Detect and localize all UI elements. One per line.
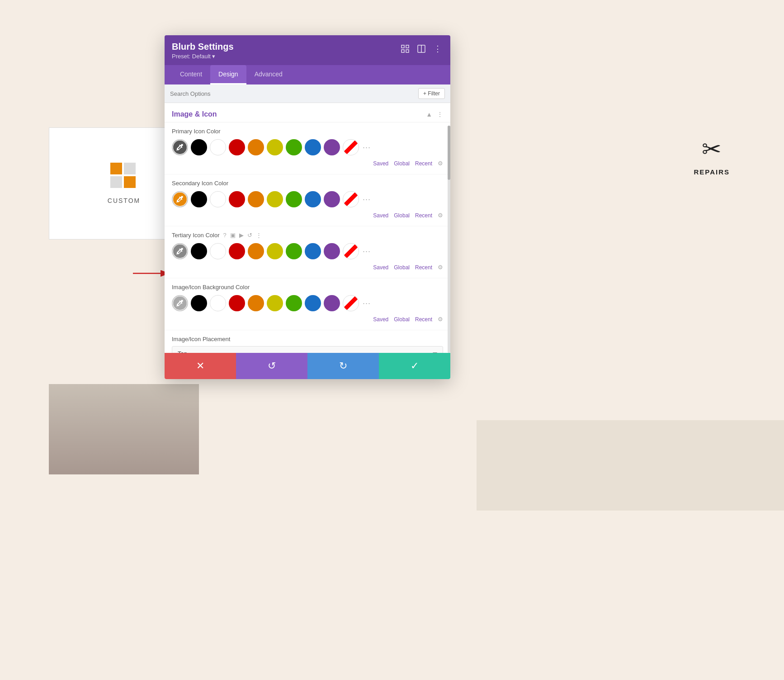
tertiary-recent-btn[interactable]: Recent — [415, 264, 432, 271]
color-more-3[interactable]: ··· — [363, 247, 371, 256]
color-black-3[interactable] — [191, 243, 207, 259]
secondary-recent-btn[interactable]: Recent — [415, 212, 432, 219]
panel-body: Image & Icon ▲ ⋮ Primary Icon Color — [165, 103, 450, 379]
collapse-icon[interactable]: ▲ — [426, 111, 432, 118]
primary-recent-btn[interactable]: Recent — [415, 160, 432, 167]
color-black-4[interactable] — [191, 295, 207, 311]
tab-content[interactable]: Content — [172, 65, 210, 84]
color-red-3[interactable] — [229, 243, 245, 259]
tertiary-help-icon[interactable]: ? — [223, 232, 226, 239]
tertiary-settings-icon[interactable]: ⚙ — [438, 264, 443, 271]
secondary-eyedropper-swatch[interactable] — [172, 191, 188, 207]
tertiary-global-btn[interactable]: Global — [394, 264, 410, 271]
primary-saved-btn[interactable]: Saved — [373, 160, 388, 167]
secondary-global-btn[interactable]: Global — [394, 212, 410, 219]
background-eyedropper-swatch[interactable] — [172, 295, 188, 311]
primary-eyedropper-swatch[interactable] — [172, 139, 188, 155]
undo-button[interactable]: ↺ — [236, 353, 307, 379]
section-title: Image & Icon — [172, 110, 217, 118]
color-blue-1[interactable] — [305, 139, 321, 155]
color-white-3[interactable] — [210, 243, 226, 259]
scrollbar-thumb[interactable] — [448, 126, 450, 180]
custom-logo — [110, 163, 137, 190]
tertiary-undo-icon[interactable]: ↺ — [247, 232, 252, 239]
svg-rect-0 — [110, 163, 122, 174]
color-blue-3[interactable] — [305, 243, 321, 259]
color-red-1[interactable] — [229, 139, 245, 155]
color-white-1[interactable] — [210, 139, 226, 155]
color-white-2[interactable] — [210, 191, 226, 207]
primary-icon-color-section: Primary Icon Color ··· Saved Global — [165, 122, 450, 174]
tertiary-more-icon[interactable]: ⋮ — [256, 232, 262, 239]
color-purple-1[interactable] — [324, 139, 340, 155]
color-purple-3[interactable] — [324, 243, 340, 259]
background-color-section: Image/Icon Background Color ··· Saved — [165, 278, 450, 330]
search-input[interactable] — [170, 90, 418, 97]
filter-button[interactable]: + Filter — [418, 88, 445, 99]
color-orange-1[interactable] — [248, 139, 264, 155]
secondary-settings-icon[interactable]: ⚙ — [438, 212, 443, 219]
tertiary-cursor-icon[interactable]: ▶ — [239, 232, 244, 239]
layout-icon[interactable] — [416, 43, 427, 54]
color-orange-4[interactable] — [248, 295, 264, 311]
color-green-3[interactable] — [286, 243, 302, 259]
color-orange-2[interactable] — [248, 191, 264, 207]
tab-design[interactable]: Design — [210, 65, 246, 84]
color-purple-4[interactable] — [324, 295, 340, 311]
secondary-color-row: ··· — [172, 191, 443, 207]
color-yellow-4[interactable] — [267, 295, 283, 311]
color-none-1[interactable] — [343, 139, 359, 155]
background-saved-btn[interactable]: Saved — [373, 316, 388, 323]
color-blue-2[interactable] — [305, 191, 321, 207]
fullscreen-icon[interactable] — [400, 43, 411, 54]
save-button[interactable]: ✓ — [379, 353, 450, 379]
scrollbar[interactable] — [448, 126, 450, 353]
color-green-1[interactable] — [286, 139, 302, 155]
tertiary-color-label: Tertiary Icon Color ? ▣ ▶ ↺ ⋮ — [172, 232, 443, 239]
color-green-4[interactable] — [286, 295, 302, 311]
color-red-4[interactable] — [229, 295, 245, 311]
scissors-icon: ✂ — [702, 136, 722, 163]
placement-label: Image/Icon Placement — [172, 336, 443, 342]
panel-preset[interactable]: Preset: Default ▾ — [172, 53, 234, 60]
tertiary-icon-color-section: Tertiary Icon Color ? ▣ ▶ ↺ ⋮ — [165, 226, 450, 278]
primary-settings-icon[interactable]: ⚙ — [438, 160, 443, 167]
color-purple-2[interactable] — [324, 191, 340, 207]
color-more-2[interactable]: ··· — [363, 195, 371, 204]
secondary-saved-btn[interactable]: Saved — [373, 212, 388, 219]
color-none-3[interactable] — [343, 243, 359, 259]
background-recent-btn[interactable]: Recent — [415, 316, 432, 323]
color-none-2[interactable] — [343, 191, 359, 207]
primary-global-btn[interactable]: Global — [394, 160, 410, 167]
color-red-2[interactable] — [229, 191, 245, 207]
background-global-btn[interactable]: Global — [394, 316, 410, 323]
section-more-icon[interactable]: ⋮ — [437, 111, 443, 118]
primary-color-meta: Saved Global Recent ⚙ — [172, 159, 443, 169]
cancel-button[interactable]: ✕ — [165, 353, 236, 379]
tertiary-eyedropper-swatch[interactable] — [172, 243, 188, 259]
color-white-4[interactable] — [210, 295, 226, 311]
primary-color-label: Primary Icon Color — [172, 128, 443, 135]
color-more-1[interactable]: ··· — [363, 143, 371, 152]
color-more-4[interactable]: ··· — [363, 299, 371, 308]
more-icon[interactable]: ⋮ — [432, 43, 443, 54]
color-yellow-2[interactable] — [267, 191, 283, 207]
background-color-meta: Saved Global Recent ⚙ — [172, 315, 443, 324]
tertiary-saved-btn[interactable]: Saved — [373, 264, 388, 271]
color-orange-3[interactable] — [248, 243, 264, 259]
color-black-1[interactable] — [191, 139, 207, 155]
redo-button[interactable]: ↻ — [307, 353, 379, 379]
color-green-2[interactable] — [286, 191, 302, 207]
color-yellow-3[interactable] — [267, 243, 283, 259]
color-yellow-1[interactable] — [267, 139, 283, 155]
tertiary-mobile-icon[interactable]: ▣ — [230, 232, 236, 239]
bottom-left-image — [49, 384, 199, 474]
background-settings-icon[interactable]: ⚙ — [438, 316, 443, 323]
svg-rect-1 — [124, 163, 136, 174]
color-black-2[interactable] — [191, 191, 207, 207]
svg-rect-3 — [124, 176, 136, 188]
color-blue-4[interactable] — [305, 295, 321, 311]
color-none-4[interactable] — [343, 295, 359, 311]
tab-advanced[interactable]: Advanced — [246, 65, 291, 84]
secondary-color-meta: Saved Global Recent ⚙ — [172, 211, 443, 220]
